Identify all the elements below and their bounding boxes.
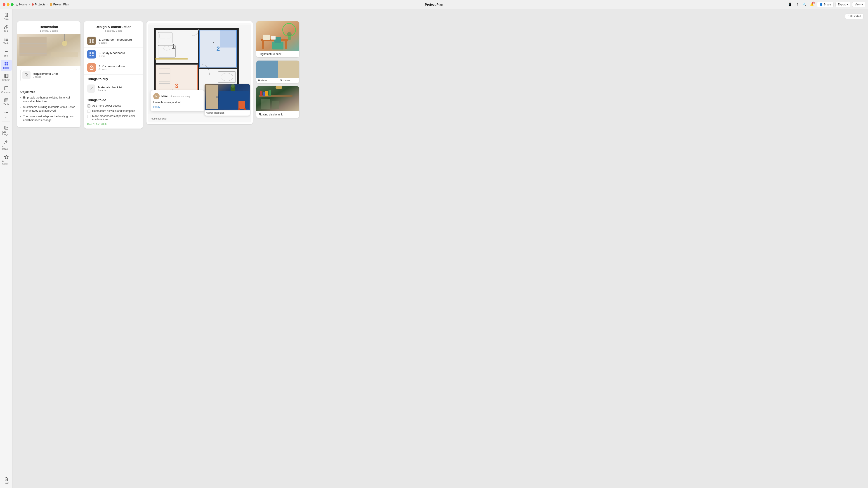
floating-display-card: Floating display unit bbox=[256, 86, 299, 118]
due-date: Due 20 Aug 2026 bbox=[87, 123, 140, 125]
link-label: Link bbox=[4, 30, 8, 33]
swatch-horizon[interactable]: Horizon bbox=[256, 61, 278, 83]
svg-rect-9 bbox=[6, 62, 8, 64]
kitchen-photo: Kitchen inspiration bbox=[205, 84, 250, 116]
svg-point-36 bbox=[62, 41, 67, 46]
svg-point-22 bbox=[7, 112, 8, 113]
close-button[interactable] bbox=[3, 3, 5, 6]
comment-header: M Marc A few seconds ago bbox=[153, 93, 202, 99]
export-button[interactable]: Export ▾ bbox=[835, 2, 850, 7]
sidebar-item-board[interactable]: Board bbox=[1, 60, 12, 71]
unsorted-button[interactable]: 0 Unsorted bbox=[845, 13, 864, 19]
svg-rect-87 bbox=[285, 41, 287, 49]
materials-checklist-name: Materials checklist bbox=[98, 86, 122, 89]
sidebar-item-upload[interactable]: AI Ideas bbox=[1, 138, 12, 152]
action-bar: 👤 Share Export ▾ View ▾ bbox=[817, 2, 865, 7]
things-to-buy-title: Things to buy bbox=[87, 77, 140, 81]
sidebar-item-link[interactable]: Link bbox=[1, 23, 12, 34]
minimize-button[interactable] bbox=[7, 3, 9, 6]
help-icon[interactable]: ? bbox=[795, 2, 799, 6]
brief-item[interactable]: Requirements Brief 0 cards bbox=[20, 69, 77, 81]
breadcrumb-project-plan[interactable]: Project Plan bbox=[50, 3, 69, 6]
svg-rect-38 bbox=[51, 53, 78, 57]
things-to-do-section: Things to do Add more power outlets Reme… bbox=[84, 95, 143, 129]
sidebar: Note Link To-do Line Board Column Commen… bbox=[0, 9, 13, 488]
renovation-body: Requirements Brief 0 cards bbox=[17, 66, 81, 87]
traffic-lights bbox=[3, 3, 13, 6]
sidebar-item-ai[interactable]: AI Ideas bbox=[1, 153, 12, 167]
svg-rect-90 bbox=[263, 35, 270, 40]
svg-rect-11 bbox=[6, 64, 8, 66]
svg-text:1: 1 bbox=[172, 43, 175, 50]
main-wrapper: Note Link To-do Line Board Column Commen… bbox=[0, 9, 868, 488]
board-item-study[interactable]: 2. Study Moodboard 1 card bbox=[84, 48, 143, 61]
brief-icon bbox=[22, 71, 31, 79]
board-count-study: 1 card bbox=[98, 55, 125, 57]
titlebar-actions: 📱 ? 🔍 🔔 0 👤 Share Export ▾ View ▾ bbox=[788, 2, 865, 7]
objective-2: • Sustainable building materials with a … bbox=[20, 105, 77, 113]
svg-rect-81 bbox=[238, 108, 240, 110]
sidebar-item-add-image[interactable]: Add Image bbox=[1, 124, 12, 137]
objective-3: • The home must adapt as the family grow… bbox=[20, 115, 77, 122]
swatch-birchwood[interactable]: Birchwood bbox=[278, 61, 299, 83]
todo-checkbox-2[interactable] bbox=[87, 109, 90, 113]
renovation-image bbox=[17, 34, 81, 66]
note-label: Note bbox=[4, 18, 8, 20]
design-title: Design & construction bbox=[88, 25, 139, 29]
sidebar-item-todo[interactable]: To-do bbox=[1, 35, 12, 46]
todo-item-1: Add more power outlets bbox=[87, 104, 140, 107]
board-icon-livingroom bbox=[87, 37, 96, 45]
svg-rect-8 bbox=[4, 62, 6, 64]
checklist-icon bbox=[87, 85, 95, 93]
floorplan-inner: 1 2 3 bbox=[148, 23, 251, 123]
things-to-do-title: Things to do bbox=[87, 98, 140, 102]
sidebar-item-note[interactable]: Note bbox=[1, 11, 12, 22]
board-item-kitchen[interactable]: 3. Kitchen moodboard 0 cards bbox=[84, 61, 143, 74]
board-name-study: 2. Study Moodboard bbox=[98, 51, 125, 55]
todo-checkbox-1[interactable] bbox=[87, 104, 90, 107]
sidebar-item-more[interactable]: ... bbox=[1, 108, 12, 120]
renovation-header: Renovation 1 board, 2 cards bbox=[17, 21, 81, 34]
renovation-title: Renovation bbox=[21, 25, 77, 29]
sidebar-item-comment[interactable]: Comment bbox=[1, 84, 12, 95]
breadcrumb-home[interactable]: ⌂ Home bbox=[16, 2, 27, 6]
todo-checkbox-3[interactable] bbox=[87, 115, 90, 118]
breadcrumb: ⌂ Home › Projects › Project Plan bbox=[16, 2, 69, 6]
svg-rect-13 bbox=[6, 74, 7, 78]
floorplan-card: 1 2 3 bbox=[147, 21, 253, 124]
svg-rect-104 bbox=[272, 101, 279, 109]
svg-rect-88 bbox=[272, 41, 283, 50]
search-icon[interactable]: 🔍 bbox=[802, 2, 807, 6]
fullscreen-button[interactable] bbox=[11, 3, 13, 6]
svg-rect-98 bbox=[263, 92, 265, 96]
materials-checklist-item[interactable]: Materials checklist 0 cards bbox=[84, 82, 143, 95]
view-button[interactable]: View ▾ bbox=[852, 2, 865, 7]
svg-rect-99 bbox=[265, 91, 268, 96]
design-subtitle: 4 boards, 1 card bbox=[88, 29, 139, 32]
add-image-label: Add Image bbox=[2, 131, 10, 135]
titlebar: ⌂ Home › Projects › Project Plan Project… bbox=[0, 0, 868, 9]
svg-rect-30 bbox=[20, 37, 46, 56]
sidebar-item-column[interactable]: Column bbox=[1, 72, 12, 83]
objectives-title: Objectives bbox=[20, 90, 77, 94]
green-circle-overlay bbox=[282, 23, 296, 37]
ai-label: AI Ideas bbox=[2, 160, 10, 165]
sidebar-item-line[interactable]: Line bbox=[1, 47, 12, 59]
design-card: Design & construction 4 boards, 1 card 1… bbox=[84, 21, 143, 129]
breadcrumb-projects[interactable]: Projects bbox=[32, 3, 45, 6]
things-to-buy-section: Things to buy bbox=[84, 74, 143, 82]
board-item-livingroom[interactable]: 1. Livingroom Moodboard 0 cards bbox=[84, 34, 143, 48]
todo-item-2: Remeasure all walls and floorspace bbox=[87, 109, 140, 113]
notification-icon[interactable]: 🔔 0 bbox=[810, 2, 814, 6]
sidebar-item-trash[interactable]: Trash bbox=[1, 475, 12, 486]
sidebar-item-table[interactable]: Table bbox=[1, 96, 12, 107]
comment-text: I love this orange stool! bbox=[153, 101, 202, 104]
right-panel: Bright feature desk Horizon Birchwood bbox=[256, 21, 299, 118]
board-icon-kitchen bbox=[87, 63, 96, 72]
svg-rect-91 bbox=[271, 36, 276, 39]
share-button[interactable]: 👤 Share bbox=[817, 2, 833, 7]
comment-label: Comment bbox=[1, 91, 11, 94]
svg-rect-97 bbox=[260, 91, 262, 96]
sidebar-divider bbox=[2, 122, 10, 122]
reply-button[interactable]: Reply bbox=[153, 105, 202, 108]
